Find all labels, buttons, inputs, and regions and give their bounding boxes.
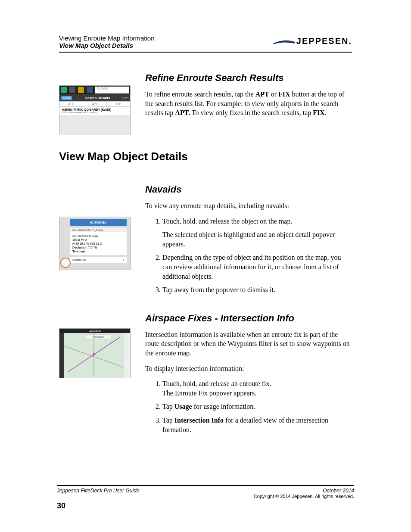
- fixes-p2: To display intersection information:: [145, 364, 352, 373]
- tab-apt-mock: APT: [83, 102, 107, 106]
- figure-intersection-info: Low Enroute Intersection: [59, 328, 131, 378]
- fig3-toplabel: Low Enroute: [89, 330, 101, 332]
- fix-step3a: Tap: [162, 417, 174, 424]
- figure-search-results: 🔍 KAS Clear Search Results KAPA ALL APT …: [59, 85, 131, 135]
- toolbar-sun-icon: [69, 87, 75, 93]
- figure-navaid-popover: ALTOONA ALTOONA VOR (AOO) ALTOONA PA USA…: [59, 217, 131, 270]
- footer-rule: [57, 485, 354, 486]
- footer-date: October 2014: [323, 488, 354, 494]
- para-refine: To refine enroute search results, tap th…: [145, 90, 352, 118]
- tab-all-mock: ALL: [59, 102, 83, 106]
- popover-sub: ALTOONA VOR (AOO): [70, 227, 127, 232]
- search-results-title: Search Results: [74, 96, 122, 100]
- toolbar-icon: [61, 87, 67, 93]
- logo-swoosh-icon: [273, 39, 295, 44]
- tab-fix-mock: FIX: [107, 102, 130, 106]
- fix-step2a: Tap: [162, 403, 174, 410]
- step2: Depending on the type of object and its …: [162, 253, 352, 281]
- nav-line2: 108.8 MHz: [72, 238, 124, 242]
- heading-view-map-object-details: View Map Object Details: [59, 150, 352, 163]
- toolbar-globe-icon: [87, 87, 93, 93]
- nav-line5: Terminal: [72, 249, 124, 253]
- footer-guide: Jeppesen FliteDeck Pro User Guide: [57, 488, 139, 494]
- fix-step1b: The Enroute Fix popover appears.: [162, 389, 256, 397]
- fixes-p1: Intersection information is available wh…: [145, 330, 352, 358]
- page-number: 30: [57, 501, 354, 510]
- toolbar-layers-icon: [78, 87, 84, 93]
- fix-step2c: for usage information.: [192, 403, 255, 410]
- logo-text: JEPPESEN.: [296, 36, 352, 46]
- fix-step2b: Usage: [174, 403, 192, 410]
- fixes-steps: Touch, hold, and release an enroute fix.…: [145, 379, 352, 434]
- header-rule: [59, 52, 352, 53]
- footer-copyright: Copyright © 2014 Jeppesen. All rights re…: [57, 494, 354, 499]
- nav-line3: N 40 19.5 W 078 18.2: [72, 242, 124, 246]
- result-sub: 95.9 NM from Aircraft Location: [62, 111, 128, 114]
- step1-detail: The selected object is highlighted and a…: [162, 230, 352, 249]
- popover-title: ALTOONA: [70, 219, 127, 226]
- compass-rose-icon: [60, 258, 71, 268]
- kapa-label: KAPA: [121, 96, 128, 99]
- additional-label: Additional: [72, 258, 86, 261]
- navaids-steps: Touch, hold, and release the object on t…: [145, 217, 352, 295]
- brand-logo: JEPPESEN.: [273, 36, 352, 46]
- svg-rect-9: [59, 333, 64, 378]
- search-field-mock: 🔍 KAS: [95, 87, 129, 93]
- navaids-intro: To view any enroute map details, includi…: [145, 201, 352, 211]
- heading-refine: Refine Enroute Search Results: [145, 72, 352, 84]
- clear-button-mock: Clear: [61, 96, 72, 100]
- step1: Touch, hold, and release the object on t…: [162, 218, 292, 225]
- svg-text:Intersection: Intersection: [93, 336, 104, 338]
- heading-navaids: Navaids: [145, 184, 352, 195]
- svg-rect-8: [124, 333, 130, 378]
- fix-step1a: Touch, hold, and release an enroute fix.: [162, 380, 271, 387]
- chevron-right-icon: ›: [123, 258, 124, 261]
- step3: Tap away from the popover to dismiss it.: [162, 285, 352, 295]
- fix-step3b: Intersection Info: [174, 417, 224, 424]
- nav-line1: ALTOONA PA USA: [72, 234, 124, 238]
- nav-line4: Declination 7.0° W: [72, 246, 124, 249]
- heading-airspace-fixes: Airspace Fixes - Intersection Info: [145, 313, 352, 324]
- result-main: ASPEN-PITKIN CO/SARDY (KASE): [62, 108, 128, 111]
